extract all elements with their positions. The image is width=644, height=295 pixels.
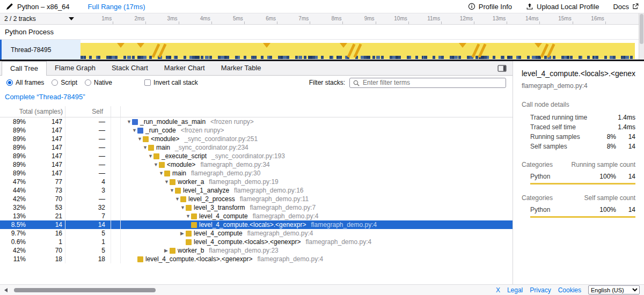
self-samples: — — [65, 195, 111, 203]
tree-row[interactable]: 42%705▶worker_bflamegraph_demo.py:23 — [0, 246, 513, 255]
invert-call-stack-checkbox[interactable]: Invert call stack — [144, 79, 198, 86]
footer-link-cookies[interactable]: Cookies — [558, 286, 581, 294]
collapse-icon[interactable]: ▼ — [170, 186, 175, 195]
tree-row[interactable]: 89%147—▼<module>_sync_coordinator.py:251 — [0, 135, 513, 143]
collapse-icon[interactable]: ▼ — [132, 126, 137, 135]
tab-marker-table[interactable]: Marker Table — [213, 61, 269, 75]
marker-triangle-icon[interactable] — [263, 43, 270, 48]
tree-row[interactable]: 11%1818level_4_compute.<locals>.<genexpr… — [0, 255, 513, 263]
scroll-left-arrow[interactable] — [4, 288, 8, 292]
collapse-icon[interactable]: ▼ — [127, 117, 132, 126]
tracks-dropdown[interactable]: 2 / 2 tracks — [0, 13, 80, 24]
file-location: flamegraph_demo.py:4 — [311, 221, 377, 228]
info-icon — [468, 3, 475, 10]
radio-icon — [52, 79, 58, 86]
radio-script[interactable]: Script — [52, 79, 77, 86]
marker-triangle-icon[interactable] — [340, 43, 347, 48]
tree-row[interactable]: 42%70—▼level_2_processflamegraph_demo.py… — [0, 195, 513, 203]
call-node-details-header: Call node details — [522, 101, 635, 108]
details-sidebar: level_4_compute.<locals>.<genexpr> flame… — [513, 61, 644, 284]
tree-row[interactable]: 89%147—▼<module>flamegraph_demo.py:34 — [0, 160, 513, 169]
activity-band — [80, 43, 635, 59]
marker-triangle-icon[interactable] — [535, 43, 542, 48]
marker-triangle-icon[interactable] — [137, 43, 144, 48]
thread-track[interactable]: Thread-78495 — [0, 40, 639, 60]
radio-all-frames[interactable]: All frames — [6, 79, 44, 86]
total-cell: 89%147 — [0, 117, 65, 126]
footer-link-legal[interactable]: Legal — [507, 286, 523, 294]
tree-row[interactable]: 8.5%1414level_4_compute.<locals>.<genexp… — [0, 220, 513, 229]
function-name: level_3_transform — [194, 204, 245, 211]
activity-graph[interactable] — [80, 40, 639, 60]
collapse-icon[interactable]: ▼ — [175, 195, 180, 203]
total-samples: 14 — [26, 221, 65, 228]
footer-link-privacy[interactable]: Privacy — [530, 286, 551, 294]
tab-stack-chart[interactable]: Stack Chart — [104, 61, 156, 75]
marker-triangle-icon[interactable] — [117, 43, 125, 48]
category-swatch — [186, 205, 192, 211]
total-percent: 89% — [0, 161, 26, 168]
total-percent: 32% — [0, 204, 26, 211]
tree-row[interactable]: 89%147—▼main_sync_coordinator.py:234 — [0, 143, 513, 152]
full-range-link[interactable]: Full Range (17ms) — [88, 3, 145, 11]
tree-row[interactable]: 89%147—▼mainflamegraph_demo.py:30 — [0, 169, 513, 178]
tab-flame-graph[interactable]: Flame Graph — [47, 61, 104, 75]
tab-call-tree[interactable]: Call Tree — [2, 61, 47, 76]
horizontal-scrollbar[interactable] — [11, 288, 354, 292]
collapse-icon[interactable]: ▼ — [153, 160, 159, 169]
tree-row[interactable]: 89%147—▼_execute_script_sync_coordinator… — [0, 152, 513, 160]
marker-triangle-icon[interactable] — [459, 43, 466, 48]
selected-node-location: flamegraph_demo.py:4 — [522, 82, 635, 90]
thread-track-label[interactable]: Thread-78495 — [2, 40, 80, 60]
tree-row[interactable]: 47%774▼worker_aflamegraph_demo.py:19 — [0, 178, 513, 186]
docs-link[interactable]: Docs — [613, 3, 639, 11]
total-cell: 47%77 — [0, 178, 65, 186]
expand-icon[interactable]: ▶ — [180, 229, 186, 238]
function-name: level_4_compute.<locals>.<genexpr> — [199, 221, 306, 228]
tree-row[interactable]: 89%147—▼_run_code<frozen runpy> — [0, 126, 513, 135]
collapse-icon[interactable]: ▼ — [159, 169, 164, 178]
horizontal-scrollbar-thumb[interactable] — [14, 288, 156, 292]
profile-info-button[interactable]: Profile Info — [468, 3, 512, 11]
timeline: 2 / 2 tracks 1ms2ms3ms4ms5ms6ms7ms8ms9ms… — [0, 13, 644, 61]
total-cell: 89%147 — [0, 169, 65, 178]
filter-input[interactable] — [349, 78, 506, 88]
collapse-icon[interactable]: ▼ — [186, 212, 191, 220]
language-select[interactable]: English (US) — [588, 285, 640, 294]
tree-row[interactable]: 9.7%165▶level_4_computeflamegraph_demo.p… — [0, 229, 513, 238]
collapse-icon[interactable]: ▼ — [180, 203, 186, 212]
function-name: worker_a — [178, 178, 204, 186]
search-icon — [353, 79, 360, 87]
expand-icon[interactable]: ▶ — [164, 246, 170, 255]
tree-row[interactable]: 0.6%11level_4_compute.<locals>.<genexpr>… — [0, 238, 513, 246]
self-samples: — — [65, 160, 111, 169]
radio-native[interactable]: Native — [85, 79, 112, 86]
tree-row[interactable]: 32%5332▼level_3_transformflamegraph_demo… — [0, 203, 513, 212]
ruler-tick-label: 14ms — [525, 16, 538, 21]
self-samples: — — [65, 152, 111, 160]
process-track-header[interactable]: Python Process — [0, 25, 639, 40]
footer-link-x[interactable]: X — [496, 286, 500, 294]
ruler-tick-label: 9ms — [364, 16, 375, 21]
collapse-icon[interactable]: ▼ — [143, 143, 148, 152]
tree-row[interactable]: 44%733▼level_1_analyzeflamegraph_demo.py… — [0, 186, 513, 195]
sidebar-toggle-button[interactable] — [496, 64, 508, 73]
upload-profile-button[interactable]: Upload Local Profile — [526, 3, 599, 11]
icon-gap-cell — [111, 246, 121, 255]
category-swatch — [175, 188, 181, 194]
tab-marker-chart[interactable]: Marker Chart — [156, 61, 213, 75]
file-location: _sync_coordinator.py:234 — [175, 144, 248, 151]
collapse-icon[interactable]: ▼ — [164, 178, 170, 186]
stat-self-samples: Self samples 8% 14 — [522, 142, 635, 151]
timeline-vertical-scrollbar[interactable] — [639, 13, 644, 60]
self-samples: 7 — [65, 212, 111, 220]
collapse-icon[interactable]: ▼ — [137, 135, 143, 143]
total-percent: 89% — [0, 118, 26, 126]
radio-script-label: Script — [61, 79, 77, 86]
total-percent: 11% — [0, 255, 26, 263]
tree-row[interactable]: 89%147—▼_run_module_as_main<frozen runpy… — [0, 117, 513, 126]
tree-row[interactable]: 13%217▼level_4_computeflamegraph_demo.py… — [0, 212, 513, 220]
breadcrumb-root-link[interactable]: Complete “Thread-78495” — [5, 93, 85, 101]
collapse-icon[interactable]: ▼ — [148, 152, 153, 160]
tree-cell: ▶worker_bflamegraph_demo.py:23 — [121, 246, 513, 255]
